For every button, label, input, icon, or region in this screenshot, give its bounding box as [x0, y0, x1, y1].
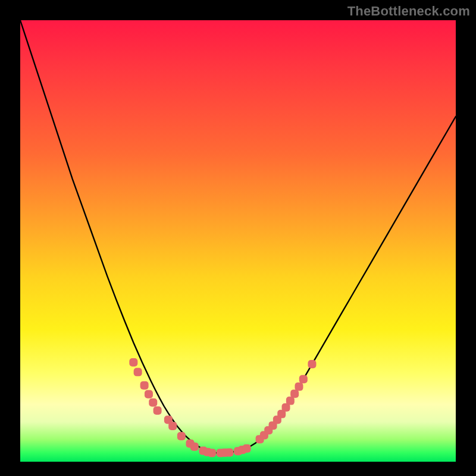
chart-marker	[208, 449, 216, 457]
chart-marker	[177, 432, 186, 440]
chart-marker	[129, 358, 137, 367]
chart-plot-area	[20, 20, 456, 462]
chart-marker	[308, 360, 316, 368]
chart-markers-group	[129, 358, 316, 457]
chart-marker	[134, 368, 142, 376]
chart-marker	[149, 399, 157, 407]
watermark-text: TheBottleneck.com	[347, 4, 470, 19]
chart-marker	[243, 444, 251, 453]
chart-frame: TheBottleneck.com	[0, 0, 476, 476]
chart-marker	[295, 383, 303, 391]
chart-marker	[168, 422, 177, 430]
chart-svg	[20, 20, 456, 462]
chart-marker	[145, 390, 153, 398]
chart-marker	[140, 381, 149, 390]
bottleneck-curve	[20, 20, 456, 453]
chart-marker	[190, 443, 199, 451]
chart-marker	[154, 406, 162, 415]
chart-curve-group	[20, 20, 456, 453]
chart-marker	[225, 448, 233, 456]
chart-marker	[299, 375, 308, 383]
